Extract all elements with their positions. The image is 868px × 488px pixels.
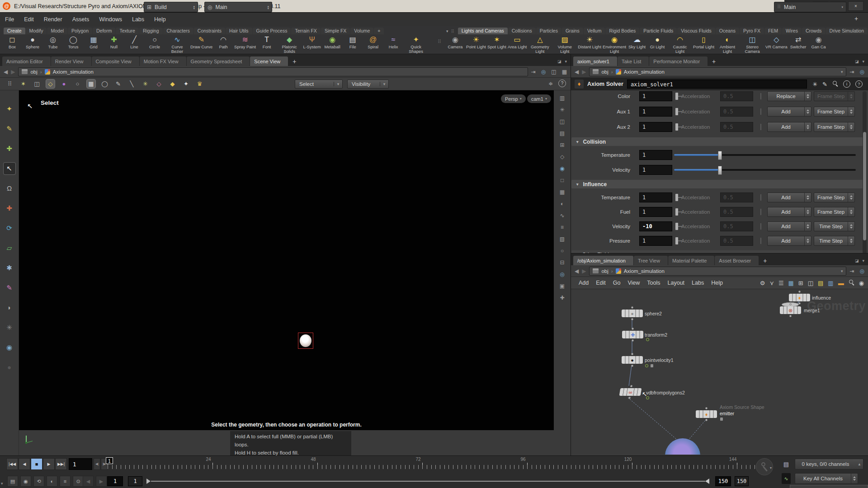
breadcrumb[interactable]: obj › Axiom_simulation ▾ xyxy=(589,67,846,76)
tool-metaball[interactable]: ◉ Metaball xyxy=(323,35,342,54)
network-menu-item[interactable]: Add xyxy=(575,280,592,286)
play-forward-button[interactable]: ▶ xyxy=(43,458,55,470)
tool-circle[interactable]: ○ Circle xyxy=(145,35,164,54)
step-dropdown[interactable]: Time Step xyxy=(814,221,855,231)
acceleration-value-field[interactable]: 0.5 xyxy=(720,192,753,202)
tool-draw-curve[interactable]: ✎ Draw Curve xyxy=(190,35,212,54)
pane-tab[interactable]: axiom_solver1 xyxy=(573,56,617,66)
mode-dropdown[interactable]: Add xyxy=(767,221,811,231)
chevron-down-icon[interactable]: ▾ xyxy=(565,59,567,64)
node-vdbfrompolygons2[interactable]: ∞ xyxy=(619,388,642,396)
toolbar-handle-icon[interactable]: ⠿ xyxy=(5,80,14,88)
pane-tab[interactable]: Scene View xyxy=(250,56,288,66)
grip-icon[interactable]: ⠿ xyxy=(777,4,781,10)
ladder-handle-icon[interactable] xyxy=(675,208,678,216)
pin-pane-icon[interactable]: ⇥ xyxy=(849,268,854,274)
crown-icon[interactable]: ♛ xyxy=(195,80,204,88)
spinner-icon[interactable] xyxy=(848,222,854,231)
add-tab-button[interactable]: + xyxy=(288,58,300,66)
tool-portal-light[interactable]: ▯ Portal Light xyxy=(693,35,714,54)
shelf-tab[interactable]: Crowds xyxy=(802,28,826,34)
shelf-tab[interactable]: Oceans xyxy=(716,28,739,34)
lasso-select-icon[interactable]: ◯ xyxy=(100,80,109,88)
ladder-handle-icon[interactable] xyxy=(675,108,678,115)
tool-file[interactable]: ▤ File xyxy=(343,35,362,54)
linked-view-icon[interactable]: ◎ xyxy=(860,69,864,75)
spinner-icon[interactable] xyxy=(804,92,811,101)
scrollbar-thumb[interactable] xyxy=(863,132,866,240)
prev-key-icon[interactable]: ◀ xyxy=(83,476,94,487)
shelf-tab[interactable]: Particle Fluids xyxy=(640,28,677,34)
snapshot-icon[interactable]: ◫ xyxy=(808,280,813,286)
shade-icon[interactable]: ◐ xyxy=(561,201,564,207)
menu-item[interactable]: Render xyxy=(39,16,67,23)
param-label[interactable]: Velocity xyxy=(571,224,633,229)
uv-select-icon[interactable]: ◇ xyxy=(155,80,163,88)
spinner-icon[interactable] xyxy=(848,207,854,216)
search-icon[interactable] xyxy=(832,80,838,88)
spinner-icon[interactable] xyxy=(851,474,858,483)
chevron-down-icon[interactable]: ▾ xyxy=(770,466,772,470)
param-label[interactable]: Temperature xyxy=(571,152,633,158)
shelf-tab[interactable]: Pyro FX xyxy=(740,28,764,34)
title-bar[interactable]: @ E:/Visual Research/Structure Pyro and … xyxy=(0,0,868,12)
desktop-selector[interactable]: ⊞ Build ▴▾ xyxy=(144,2,198,12)
breadcrumb-root[interactable]: obj xyxy=(30,69,37,75)
square-icon[interactable]: □ xyxy=(561,177,564,183)
tool-line[interactable]: ╱ Line xyxy=(125,35,144,54)
shelf-more-icon[interactable]: ▾ xyxy=(446,29,448,33)
shelf-tab[interactable]: Volume xyxy=(350,28,373,34)
shelf-tab[interactable]: Modify xyxy=(26,28,47,34)
snap-ring-icon[interactable]: ○ xyxy=(73,80,82,88)
state-cross-icon[interactable]: ✚ xyxy=(4,143,15,155)
network-editor-canvas[interactable]: Geometry ● sphere2 ✚ transform2 ● pointv… xyxy=(571,289,868,455)
jump-to-start-button[interactable]: |◀◀ xyxy=(6,458,18,470)
range-end-handle[interactable] xyxy=(705,479,709,484)
shelf-tab[interactable]: Guide Process xyxy=(253,28,291,34)
translate-tool-icon[interactable]: ✚ xyxy=(4,202,15,214)
mode-dropdown[interactable]: Add xyxy=(767,192,811,202)
linked-view-icon[interactable]: ◎ xyxy=(541,69,546,75)
main-toolbar-selector[interactable]: ⠿ Main ▾ xyxy=(774,2,846,12)
shelf-tab[interactable]: Deform xyxy=(93,28,115,34)
tool-caustic-light[interactable]: ◠ Caustic Light xyxy=(668,35,692,54)
param-label[interactable]: Temperature xyxy=(571,195,633,200)
select-tool-icon[interactable]: ↖ xyxy=(4,163,15,174)
tool-path[interactable]: ◠ Path xyxy=(214,35,233,54)
shelf-tab[interactable]: Texture xyxy=(116,28,138,34)
plus-tool-icon[interactable]: ✚ xyxy=(560,295,564,301)
scrollbar[interactable] xyxy=(863,91,867,272)
minus-box-icon[interactable]: ⊟ xyxy=(560,259,564,266)
spinner-icon[interactable] xyxy=(804,122,811,131)
pane-split-icon[interactable]: ◪ xyxy=(855,258,859,263)
shelf-tab[interactable]: Grains xyxy=(562,28,583,34)
chevron-down-icon[interactable]: ▾ xyxy=(841,70,843,74)
param-label[interactable]: Velocity xyxy=(571,167,633,173)
param-value-field[interactable]: 1 xyxy=(639,207,672,217)
tool-area-light[interactable]: ▭ Area Light xyxy=(508,35,527,54)
camera-dropdown[interactable]: cam1 ▾ xyxy=(527,94,551,103)
shelf-tab[interactable]: Viscous Fluids xyxy=(677,28,715,34)
tool-environment-light[interactable]: ◉ Environment Light xyxy=(603,35,626,54)
tool-stereo-camera[interactable]: ◫ Stereo Camera xyxy=(741,35,764,54)
shelf-tab[interactable]: Lights and Cameras xyxy=(458,28,508,34)
tool-distant-light[interactable]: ☀ Distant Light xyxy=(578,35,601,54)
tool-geometry-light[interactable]: △ Geometry Light xyxy=(528,35,552,54)
overview-eye-icon[interactable]: ◉ xyxy=(859,280,864,286)
step-dropdown[interactable]: Frame Step xyxy=(814,122,855,132)
ladder-handle-icon[interactable] xyxy=(675,93,678,100)
view-tool-icon[interactable]: ◉ xyxy=(4,342,15,353)
param-value-field[interactable]: 1 xyxy=(639,150,672,160)
menu-item[interactable]: Edit xyxy=(19,16,39,23)
acceleration-value-field[interactable]: 0.5 xyxy=(720,122,753,132)
menu-item[interactable]: Windows xyxy=(94,16,127,23)
network-menu-item[interactable]: Edit xyxy=(592,280,609,286)
ladder-handle-icon[interactable] xyxy=(675,123,678,131)
brush-icon[interactable]: ✎ xyxy=(822,81,827,88)
pane-split-icon[interactable]: ◪ xyxy=(855,59,859,64)
key-marker-icon[interactable]: ⊙ xyxy=(73,476,84,487)
current-frame-field[interactable]: 1 xyxy=(69,458,92,470)
tool-platonic-solids[interactable]: ◆ Platonic Solids xyxy=(278,35,301,54)
breadcrumb[interactable]: obj › Axiom_simulation ▾ xyxy=(589,267,846,276)
tool-grid[interactable]: ▦ Grid xyxy=(84,35,103,54)
